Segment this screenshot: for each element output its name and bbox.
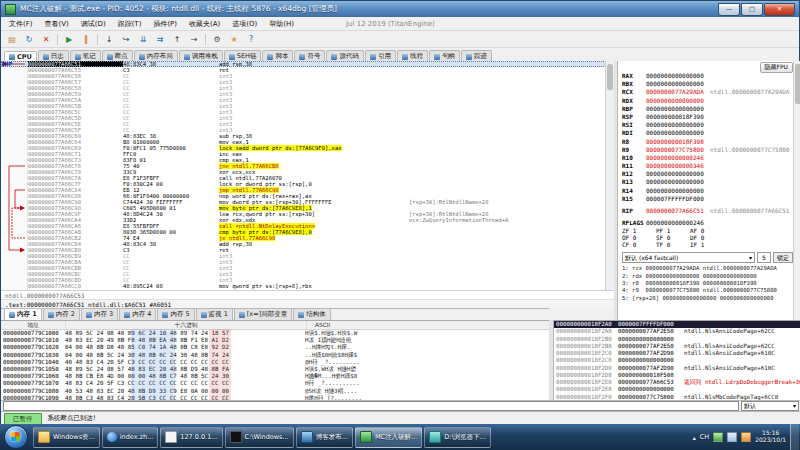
- dump-row[interactable]: 00000000779C102004 00 48 8B D8 48 85 C0 …: [1, 344, 549, 351]
- goto-button[interactable]: →: [186, 32, 202, 47]
- stack-row[interactable]: 000000000018F2E00000000077A66C53返回到 ntdl…: [554, 379, 800, 386]
- register-name: R9: [622, 146, 646, 154]
- register-row[interactable]: R15000007FFFFFDF000: [622, 195, 793, 203]
- step-out-button[interactable]: ↑: [169, 32, 185, 47]
- maximize-button[interactable]: ▢: [741, 3, 763, 16]
- argument-count-input[interactable]: 5: [757, 252, 771, 263]
- menu-item-3[interactable]: 跟踪(T): [112, 19, 148, 29]
- stop-button[interactable]: ✕: [38, 32, 54, 47]
- registers-scrollbar[interactable]: [793, 61, 800, 320]
- calling-convention-select[interactable]: 默认 (x64 fastcall)▾: [622, 252, 755, 263]
- disassembly-panel[interactable]: RIP 0000000077A66C5148:83C4 38add rsp,38…: [1, 61, 614, 290]
- register-row[interactable]: RCX0000000077A29ADAntdll.0000000077A29AD…: [622, 88, 793, 96]
- taskbar-item[interactable]: 博客发布...: [296, 427, 353, 448]
- register-row[interactable]: R110000000000000346: [622, 162, 793, 170]
- dump-tab-内存 4[interactable]: 内存 4: [119, 308, 156, 320]
- register-row[interactable]: R8000000000018F398: [622, 138, 793, 146]
- taskbar-item[interactable]: MC注入破解...: [355, 427, 422, 448]
- taskbar-item[interactable]: D:\浏览器下...: [424, 427, 491, 448]
- register-row[interactable]: RBP0000000000000000: [622, 105, 793, 113]
- dump-row[interactable]: 00000000779C106048 8B CB E8 4D 00 00 00 …: [1, 373, 549, 380]
- volume-tray-icon[interactable]: [741, 432, 751, 442]
- taskbar-item[interactable]: 127.0.0.1...: [160, 427, 222, 448]
- stack-row[interactable]: 000000000018F2B80000000077AF2E50ntdll.Nl…: [554, 343, 800, 350]
- dump-panel[interactable]: 地址十六进制ASCII 00000000779C100048 89 5C 24 …: [1, 320, 549, 401]
- menu-item-7[interactable]: 帮助(H): [263, 19, 300, 29]
- favorites-button[interactable]: ★: [226, 32, 242, 47]
- minimize-button[interactable]: —: [718, 3, 740, 16]
- taskbar-item[interactable]: index.zh...: [102, 427, 159, 448]
- register-row[interactable]: RIP0000000077A66C51ntdll.0000000077A66C5…: [622, 207, 793, 215]
- dump-tab-[x=]局部变量[interactable]: [x=]局部变量: [234, 308, 292, 320]
- start-button[interactable]: [4, 425, 28, 449]
- register-row[interactable]: RDX0000000000000000: [622, 97, 793, 105]
- taskbar-item[interactable]: C:\Windows...: [225, 427, 294, 448]
- register-row[interactable]: R100000000000000246: [622, 154, 793, 162]
- stack-row[interactable]: 000000000018F2D8000000000018F508: [554, 372, 800, 379]
- dump-row[interactable]: 00000000779C105048 89 5C 24 08 57 48 83 …: [1, 366, 549, 373]
- language-indicator[interactable]: CH: [700, 433, 709, 441]
- register-row[interactable]: R140000000000000000: [622, 187, 793, 195]
- stack-row[interactable]: 000000000018F2D00000000077AF2D90ntdll.Nl…: [554, 365, 800, 372]
- registers-scrollbar-thumb[interactable]: [795, 64, 800, 104]
- step-over-button[interactable]: ↪: [118, 32, 134, 47]
- dump-row[interactable]: 00000000779C100048 89 5C 24 08 48 89 6C …: [1, 330, 549, 337]
- menu-item-1[interactable]: 查看(V): [39, 19, 75, 29]
- taskbar-item[interactable]: Windows资...: [33, 427, 100, 448]
- stack-row[interactable]: 000000000018F2C00000000077AF2D90ntdll.Nl…: [554, 350, 800, 357]
- stack-row[interactable]: 000000000018F2B00000000000000000: [554, 336, 800, 343]
- register-row[interactable]: R90000000077C75800ntdll.0000000077C75800: [622, 146, 793, 154]
- command-parser-select[interactable]: 默认 ▾: [741, 401, 799, 411]
- step-into-button[interactable]: ↓: [101, 32, 117, 47]
- help-button[interactable]: ?: [243, 32, 259, 47]
- show-desktop-button[interactable]: [790, 424, 799, 450]
- dump-tab-内存 1[interactable]: 内存 1: [4, 308, 42, 320]
- dump-row[interactable]: 00000000779C103004 00 48 8B 5C 24 30 48 …: [1, 352, 549, 359]
- menu-item-4[interactable]: 插件(P): [147, 19, 183, 29]
- menu-item-2[interactable]: 调试(D): [75, 19, 112, 29]
- disasm-row[interactable]: 0000000077A66CC048:895C24 08mov qword pt…: [1, 283, 614, 289]
- dump-tab-结构体[interactable]: 结构体: [293, 308, 331, 320]
- run-button[interactable]: ▶: [61, 32, 77, 47]
- taskbar-clock[interactable]: 15:16 2023/10/1: [755, 430, 786, 444]
- dump-row[interactable]: 00000000779C107048 83 C4 20 5F C3 CC CC …: [1, 380, 549, 387]
- dump-row[interactable]: 00000000779C101048 83 EC 20 49 8B F8 48 …: [1, 337, 549, 344]
- titlebar[interactable]: MC注入破解 - 测试.exe - PID: 4052 - 模块: ntdll.…: [1, 1, 799, 17]
- register-row[interactable]: RAX0000000000000000: [622, 72, 793, 80]
- stack-row[interactable]: 000000000018F2A00000007FFFFDF000: [554, 321, 800, 328]
- menu-item-0[interactable]: 文件(F): [3, 19, 39, 29]
- register-row[interactable]: RDI0000000000000000: [622, 129, 793, 137]
- dump-tab-内存 3[interactable]: 内存 3: [81, 308, 118, 320]
- hidden-icons-arrow[interactable]: ▴: [693, 434, 696, 441]
- trace-into-button[interactable]: ⇊: [135, 32, 151, 47]
- dump-tab-内存 5[interactable]: 内存 5: [157, 308, 194, 320]
- antivirus-tray-icon[interactable]: [713, 432, 723, 442]
- register-row[interactable]: R130000000000000000: [622, 178, 793, 186]
- dump-tab-监视 1[interactable]: 监视 1: [196, 308, 233, 320]
- registers-panel[interactable]: 隐藏FPU RAX0000000000000000RBX000000000000…: [617, 61, 800, 320]
- command-input[interactable]: [3, 401, 739, 411]
- restart-button[interactable]: ↻: [21, 32, 37, 47]
- register-row[interactable]: R120000000000000000: [622, 170, 793, 178]
- register-row[interactable]: RSP000000000018F390: [622, 113, 793, 121]
- register-row[interactable]: RBX0000000000000000: [622, 80, 793, 88]
- stack-row[interactable]: 000000000018F2A80000000077AF2E50ntdll.Nl…: [554, 328, 800, 335]
- pause-button[interactable]: ‖: [78, 32, 94, 47]
- lock-arguments-button[interactable]: 锁定: [773, 252, 793, 263]
- dump-tab-内存 2[interactable]: 内存 2: [43, 308, 80, 320]
- stack-row[interactable]: 000000000018F2E80000000000000000: [554, 386, 800, 393]
- register-row[interactable]: RSI0000000000000000: [622, 121, 793, 129]
- network-tray-icon[interactable]: [727, 432, 737, 442]
- menu-item-6[interactable]: 选项(O): [226, 19, 263, 29]
- trace-over-button[interactable]: ⇉: [152, 32, 168, 47]
- open-file-button[interactable]: ▤: [4, 32, 20, 47]
- disasm-scrollbar-thumb[interactable]: [607, 64, 613, 90]
- close-button[interactable]: ✕: [764, 3, 795, 16]
- stack-panel[interactable]: 000000000018F2A00000007FFFFDF00000000000…: [553, 320, 800, 401]
- dump-row[interactable]: 00000000779C108040 53 48 83 EC 20 48 8B …: [1, 388, 549, 395]
- menu-item-5[interactable]: 收藏夹(A): [183, 19, 226, 29]
- settings-button[interactable]: ⚙: [209, 32, 225, 47]
- dump-row[interactable]: 00000000779C104040 48 83 C4 20 5F C3 CC …: [1, 359, 549, 366]
- disasm-scrollbar[interactable]: [605, 61, 614, 290]
- stack-row[interactable]: 000000000018F2C80000000000000000: [554, 357, 800, 364]
